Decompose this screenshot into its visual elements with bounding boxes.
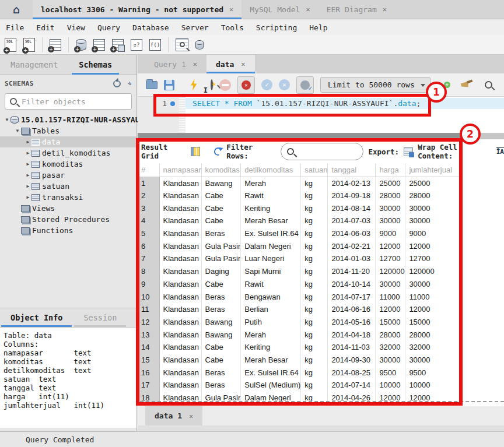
cell[interactable]: Bengawan: [241, 290, 301, 303]
toggle-autocommit-button[interactable]: [296, 76, 314, 94]
window-tab-connection[interactable]: localhost 3306 - Warning - not supported…: [33, 0, 242, 19]
find-icon[interactable]: [485, 81, 492, 89]
close-icon[interactable]: ✕: [241, 60, 245, 68]
cell[interactable]: Merah Besar: [241, 214, 301, 227]
cell[interactable]: Keriting: [241, 202, 301, 214]
execute-icon[interactable]: [190, 79, 198, 91]
menu-database[interactable]: Database: [132, 23, 169, 32]
refresh-grid-icon[interactable]: [213, 146, 223, 157]
cell[interactable]: Beras: [201, 303, 241, 316]
table-row[interactable]: 11KlandasanBerasBerliankg2014-06-1612000…: [138, 303, 460, 316]
cell[interactable]: 7: [138, 252, 159, 265]
column-header[interactable]: namapasar: [159, 164, 201, 177]
chevron-right-icon[interactable]: ▶: [24, 139, 32, 145]
cell[interactable]: Beras: [201, 379, 241, 392]
cell[interactable]: kg: [301, 379, 328, 392]
cell[interactable]: 14: [138, 341, 159, 354]
stop-icon[interactable]: [219, 79, 231, 91]
cell[interactable]: Klandasan: [159, 328, 201, 341]
menu-help[interactable]: Help: [309, 23, 327, 32]
create-view-icon[interactable]: [112, 39, 124, 51]
menu-edit[interactable]: Edit: [36, 23, 54, 32]
cell[interactable]: kg: [301, 227, 328, 240]
tree-item-views[interactable]: Views: [0, 203, 136, 214]
close-icon[interactable]: ✕: [189, 412, 193, 420]
cell[interactable]: Gula Pasir: [201, 392, 241, 404]
column-header[interactable]: komoditas: [201, 164, 241, 177]
menu-query[interactable]: Query: [97, 23, 120, 32]
cell[interactable]: 18: [138, 392, 159, 404]
cell[interactable]: 2014-05-16: [328, 316, 376, 329]
open-file-icon[interactable]: [146, 81, 158, 89]
cell[interactable]: Klandasan: [159, 303, 201, 316]
cell[interactable]: kg: [301, 316, 328, 329]
cell[interactable]: Klandasan: [159, 252, 201, 265]
cell[interactable]: 30000: [405, 278, 460, 291]
cell[interactable]: Beras: [201, 366, 241, 379]
cell[interactable]: 11000: [405, 290, 460, 303]
cell[interactable]: 2014-07-14: [328, 379, 376, 392]
cell[interactable]: 2014-11-03: [328, 341, 376, 354]
cell[interactable]: 9500: [376, 366, 405, 379]
cell[interactable]: kg: [301, 240, 328, 252]
cell[interactable]: Klandasan: [159, 265, 201, 278]
cell[interactable]: 2014-08-14: [328, 202, 376, 214]
tree-item-stored-procedures[interactable]: Stored Procedures: [0, 214, 136, 225]
cell[interactable]: Beras: [201, 290, 241, 303]
tree-item-transaksi[interactable]: ▶transaksi: [0, 192, 136, 203]
cell[interactable]: 1: [138, 177, 159, 189]
cell[interactable]: Klandasan: [159, 278, 201, 291]
cell[interactable]: Sapi Murni: [241, 265, 301, 278]
table-row[interactable]: 18KlandasanGula PasirDalam Negerikg2014-…: [138, 392, 460, 404]
cell[interactable]: Klandasan: [159, 341, 201, 354]
cell[interactable]: kg: [301, 252, 328, 265]
tab-object-info[interactable]: Object Info: [0, 313, 73, 327]
cell[interactable]: Klandasan: [159, 177, 201, 189]
cell[interactable]: 6: [138, 240, 159, 252]
column-header[interactable]: #: [138, 164, 159, 177]
cell[interactable]: Cabe: [201, 354, 241, 367]
cell[interactable]: 2014-09-30: [328, 354, 376, 367]
cell[interactable]: kg: [301, 392, 328, 404]
cell[interactable]: 2014-04-26: [328, 392, 376, 404]
cell[interactable]: Klandasan: [159, 366, 201, 379]
tree-item-tables[interactable]: ▼Tables: [0, 125, 136, 136]
table-row[interactable]: 2KlandasanCabeRawitkg2014-09-18280002800…: [138, 189, 460, 202]
column-header[interactable]: tanggal: [328, 164, 376, 177]
open-sql-file-icon[interactable]: [23, 38, 35, 52]
window-tab-model[interactable]: MySQL Model ✕: [242, 0, 318, 19]
cell[interactable]: Klandasan: [159, 316, 201, 329]
home-icon[interactable]: ⌂: [0, 3, 33, 16]
cell[interactable]: Cabe: [201, 202, 241, 214]
rollback-icon[interactable]: ✕: [279, 79, 290, 90]
sql-editor[interactable]: 1 SELECT * FROM `15.01.157-RIZQI-NUR-ASS…: [138, 97, 504, 133]
tree-item-satuan[interactable]: ▶satuan: [0, 181, 136, 192]
cell[interactable]: 15000: [376, 316, 405, 329]
cell[interactable]: 10000: [376, 379, 405, 392]
tree-item-detil-komoditas[interactable]: ▶detil_komoditas: [0, 147, 136, 159]
chevron-right-icon[interactable]: ▶: [24, 184, 32, 189]
cell[interactable]: Merah Besar: [241, 354, 301, 367]
cell[interactable]: 28000: [376, 328, 405, 341]
cell[interactable]: 11000: [376, 290, 405, 303]
column-header[interactable]: detilkomoditas: [241, 164, 301, 177]
cell[interactable]: Daging: [201, 265, 241, 278]
cell[interactable]: 12000: [405, 240, 460, 252]
cell[interactable]: 28000: [405, 189, 460, 202]
cell[interactable]: Klandasan: [159, 379, 201, 392]
cell[interactable]: 2014-02-13: [328, 177, 376, 189]
table-inspector-icon[interactable]: [50, 39, 61, 51]
cell[interactable]: 25000: [405, 177, 460, 189]
chevron-down-icon[interactable]: ▼: [14, 128, 21, 133]
cell[interactable]: Klandasan: [159, 214, 201, 227]
cell[interactable]: kg: [301, 177, 328, 189]
save-icon[interactable]: [164, 80, 174, 90]
table-row[interactable]: 1KlandasanBawangMerahkg2014-02-132500025…: [138, 177, 460, 189]
table-row[interactable]: 13KlandasanBawangMerahkg2014-04-18280002…: [138, 328, 460, 341]
panel-splitter[interactable]: [138, 133, 463, 139]
cell[interactable]: Bawang: [201, 177, 241, 189]
cell[interactable]: 30000: [376, 278, 405, 291]
column-header[interactable]: jumlahterjual: [405, 164, 460, 177]
menu-file[interactable]: File: [6, 23, 24, 32]
create-procedure-icon[interactable]: ▫?: [131, 39, 142, 51]
